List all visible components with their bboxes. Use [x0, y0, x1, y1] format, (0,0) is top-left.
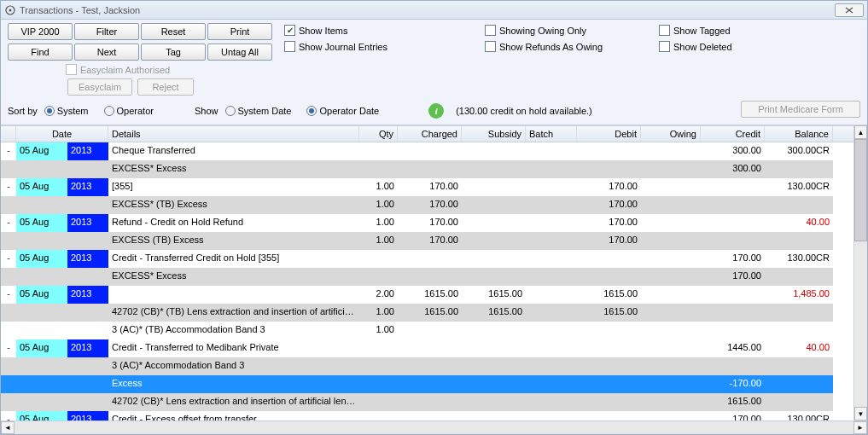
table-row[interactable]: EXCESS* Excess170.00 — [1, 268, 853, 286]
col-date[interactable]: Date — [16, 126, 108, 142]
show-journal-check[interactable]: Show Journal Entries — [284, 41, 387, 52]
scroll-right-icon[interactable]: ► — [853, 421, 867, 434]
table-row[interactable]: Excess-170.00 — [1, 375, 853, 393]
scroll-left-icon[interactable]: ◄ — [1, 421, 15, 434]
col-balance[interactable]: Balance — [765, 126, 833, 142]
sort-system-radio[interactable]: System — [44, 106, 89, 116]
horizontal-scrollbar[interactable]: ◄ ► — [1, 420, 867, 434]
show-refunds-check[interactable]: Show Refunds As Owing — [485, 41, 603, 52]
show-label: Show — [195, 106, 218, 116]
easyclaim-button: Easyclaim — [67, 78, 132, 96]
table-row[interactable]: -05 Aug2013Credit - Excess offset from t… — [1, 411, 853, 420]
table-row[interactable]: 3 (AC)* Accommodation Band 3 — [1, 357, 853, 375]
col-owing[interactable]: Owing — [641, 126, 701, 142]
table-row[interactable]: -05 Aug2013Credit - Transferred to Medib… — [1, 339, 853, 357]
col-subsidy[interactable]: Subsidy — [462, 126, 526, 142]
next-button[interactable]: Next — [74, 44, 139, 61]
reject-button: Reject — [137, 78, 194, 96]
credit-hold-text: (130.00 credit on hold available.) — [456, 106, 592, 116]
col-batch[interactable]: Batch — [526, 126, 577, 142]
sort-operator-radio[interactable]: Operator — [104, 106, 154, 116]
col-details[interactable]: Details — [108, 126, 359, 142]
show-owing-check[interactable]: Showing Owing Only — [485, 25, 603, 36]
table-row[interactable]: EXCESS* (TB) Excess1.00170.00170.00 — [1, 196, 853, 214]
scroll-up-icon[interactable]: ▲ — [854, 125, 867, 139]
table-row[interactable]: -05 Aug2013 [355]1.00170.00170.00130.00C… — [1, 178, 853, 196]
col-debit[interactable]: Debit — [577, 126, 641, 142]
window-title: Transactions - Test, Jacksion — [20, 5, 835, 15]
find-button[interactable]: Find — [8, 44, 73, 61]
print-button[interactable]: Print — [207, 23, 272, 40]
transactions-grid[interactable]: Date Details Qty Charged Subsidy Batch D… — [1, 125, 853, 420]
show-deleted-check[interactable]: Show Deleted — [659, 41, 732, 52]
table-row[interactable]: 3 (AC)* (TB) Accommodation Band 31.00 — [1, 322, 853, 339]
app-icon — [4, 4, 16, 16]
transactions-window: Transactions - Test, Jacksion VIP 2000 F… — [0, 0, 868, 435]
show-systemdate-radio[interactable]: System Date — [225, 106, 292, 116]
scroll-thumb[interactable] — [854, 139, 867, 241]
grid-header: Date Details Qty Charged Subsidy Batch D… — [1, 125, 853, 142]
sort-bar: Sort by System Operator Show System Date… — [1, 99, 867, 125]
vertical-scrollbar[interactable]: ▲ ▼ — [853, 125, 867, 420]
toolbar: VIP 2000 Filter Reset Print Find Next Ta… — [1, 20, 867, 99]
vip-button[interactable]: VIP 2000 — [8, 23, 73, 40]
svg-point-1 — [9, 9, 12, 11]
untag-all-button[interactable]: Untag All — [207, 44, 272, 61]
show-tagged-check[interactable]: Show Tagged — [659, 25, 732, 36]
tag-button[interactable]: Tag — [141, 44, 206, 61]
reset-button[interactable]: Reset — [141, 23, 206, 40]
sortby-label: Sort by — [8, 106, 38, 116]
table-row[interactable]: 42702 (CB)* Lens extraction and insertio… — [1, 393, 853, 411]
col-qty[interactable]: Qty — [359, 126, 398, 142]
info-icon: i — [428, 103, 444, 119]
show-operatordate-radio[interactable]: Operator Date — [306, 106, 379, 116]
table-row[interactable]: 42702 (CB)* (TB) Lens extraction and ins… — [1, 304, 853, 322]
scroll-down-icon[interactable]: ▼ — [854, 407, 867, 420]
show-items-check[interactable]: ✔Show Items — [284, 25, 387, 36]
easyclaim-auth-check: Easyclaim Authorised — [66, 64, 194, 75]
col-credit[interactable]: Credit — [701, 126, 765, 142]
table-row[interactable]: EXCESS* Excess300.00 — [1, 160, 853, 178]
close-button[interactable] — [835, 3, 864, 17]
table-row[interactable]: -05 Aug2013Refund - Credit on Hold Refun… — [1, 214, 853, 232]
filter-button[interactable]: Filter — [74, 23, 139, 40]
titlebar: Transactions - Test, Jacksion — [1, 1, 867, 20]
print-medicare-button: Print Medicare Form — [741, 101, 860, 118]
col-charged[interactable]: Charged — [398, 126, 462, 142]
table-row[interactable]: -05 Aug2013Cheque Transferred300.00300.0… — [1, 142, 853, 160]
table-row[interactable]: -05 Aug20132.001615.001615.001615.001,48… — [1, 286, 853, 304]
table-row[interactable]: -05 Aug2013Credit - Transferred Credit o… — [1, 250, 853, 268]
table-row[interactable]: EXCESS (TB) Excess1.00170.00170.00 — [1, 232, 853, 250]
